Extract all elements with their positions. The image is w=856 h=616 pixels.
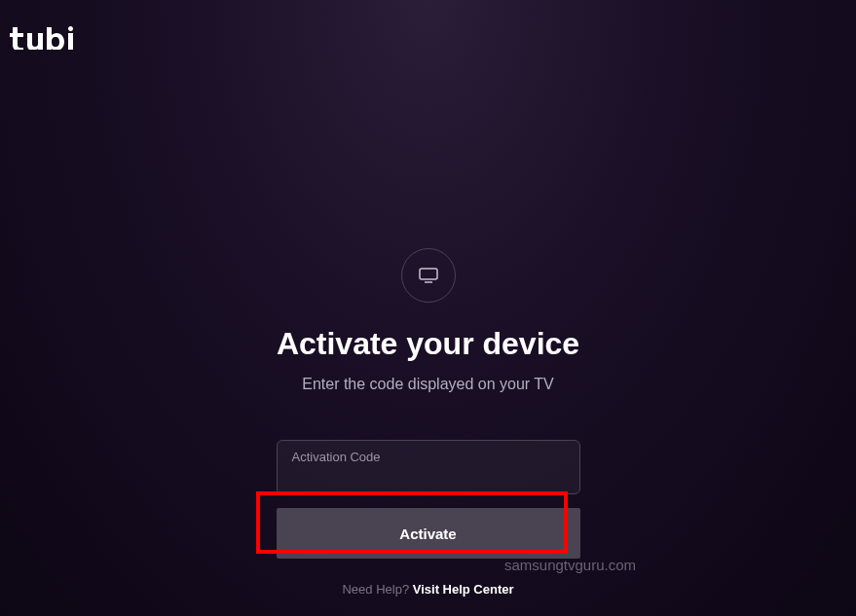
help-center-link[interactable]: Visit Help Center: [413, 582, 514, 597]
activation-panel: Activate your device Enter the code disp…: [277, 248, 580, 559]
activation-code-input[interactable]: [277, 440, 580, 494]
tv-icon-circle: [401, 248, 456, 303]
page-subtitle: Enter the code displayed on your TV: [302, 376, 554, 393]
brand-logo[interactable]: [10, 21, 76, 57]
tubi-logo-icon: [10, 26, 76, 50]
help-section: Need Help? Visit Help Center: [342, 582, 513, 597]
page-title: Activate your device: [277, 326, 579, 362]
svg-rect-0: [420, 269, 437, 279]
activate-button[interactable]: Activate: [277, 508, 580, 559]
code-input-wrapper: Activation Code: [277, 440, 580, 494]
tv-icon: [419, 268, 438, 283]
watermark-text: samsungtvguru.com: [504, 557, 636, 573]
help-prompt: Need Help?: [342, 582, 412, 597]
